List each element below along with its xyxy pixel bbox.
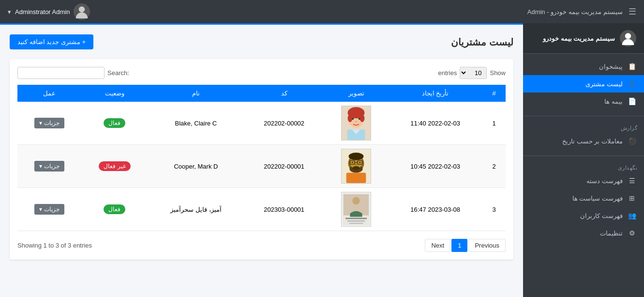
customers-table-wrapper: # تأریخ ایجاد تصویر کد نام وضعیت عمل — [17, 85, 506, 231]
sidebar: سیستم مدیریت بیمه خودرو 📋 پیشخوان 👤 لیست… — [523, 23, 644, 297]
group-list-icon: ☰ — [628, 176, 636, 185]
svg-point-19 — [352, 162, 353, 163]
avatar — [341, 149, 371, 184]
sidebar-item-policy-list[interactable]: ⊞ فهرست سیاست ها — [523, 189, 644, 207]
sidebar-section-maintenance: نگهداری ☰ فهرست دسته ⊞ فهرست سیاست ها 👥 … — [523, 158, 644, 246]
navbar-right: Adminstrator Admin ▾ — [8, 3, 90, 20]
cell-date: 2022-02-03 10:45 — [388, 145, 482, 188]
sidebar-item-policy-list-label: فهرست سیاست ها — [572, 195, 623, 202]
cell-action: جزیات ▾ — [17, 145, 81, 188]
reports-section-label: گزارش — [523, 122, 644, 132]
sidebar-item-group-list-label: فهرست دسته — [586, 177, 623, 185]
status-badge: فعال — [104, 204, 125, 214]
admin-dropdown-icon[interactable]: ▾ — [8, 8, 11, 16]
svg-point-0 — [79, 6, 85, 12]
pagination-info: Showing 1 to 3 of 3 entries — [17, 242, 92, 249]
previous-button[interactable]: Previous — [468, 239, 506, 252]
navbar-left: ☰ سیستم مدیریت بیمه خودرو - Admin — [527, 6, 636, 17]
page-1-button[interactable]: 1 — [451, 239, 467, 252]
entries-select[interactable]: 10 25 50 100 — [460, 67, 487, 79]
dropdown-arrow-icon: ▾ — [39, 206, 42, 213]
col-header-status: وضعیت — [81, 85, 148, 102]
pagination: Next 1 Previous — [425, 239, 506, 252]
customers-card: Search: Show 10 25 50 100 entries — [10, 59, 513, 260]
settings-icon: ⚙ — [628, 229, 636, 237]
cell-code: 202202-00001 — [244, 145, 324, 188]
sidebar-brand: سیستم مدیریت بیمه خودرو — [523, 23, 644, 54]
svg-point-5 — [348, 115, 353, 122]
col-header-num: # — [482, 85, 506, 102]
svg-point-8 — [359, 118, 360, 120]
cell-avatar — [324, 188, 388, 231]
cell-avatar — [324, 102, 388, 145]
sidebar-item-transactions-label: معاملات بر حسب تاریخ — [562, 138, 623, 145]
cell-action: جزیات ▾ — [17, 102, 81, 145]
cell-action: جزیات ▾ — [17, 188, 81, 231]
avatar — [341, 192, 371, 227]
dropdown-arrow-icon: ▾ — [39, 163, 42, 170]
table-body: 1 2022-02-03 11:40 202202-00 — [17, 102, 506, 231]
search-input[interactable] — [17, 67, 105, 79]
svg-point-21 — [355, 164, 357, 166]
cell-date: 2022-02-03 11:40 — [388, 102, 482, 145]
customers-table: # تأریخ ایجاد تصویر کد نام وضعیت عمل — [17, 85, 506, 231]
layout: سیستم مدیریت بیمه خودرو 📋 پیشخوان 👤 لیست… — [0, 23, 644, 297]
sidebar-item-customers[interactable]: 👤 لیست مشتری — [523, 75, 644, 93]
policy-list-icon: ⊞ — [628, 194, 636, 203]
top-navbar: ☰ سیستم مدیریت بیمه خودرو - Admin Admins… — [0, 0, 644, 23]
cell-num: 1 — [482, 102, 506, 145]
main-content: لیست مشتریان + مشتری جدید اضافه کنید Sea… — [0, 25, 523, 297]
status-badge: غیر فعال — [99, 161, 130, 171]
svg-point-20 — [359, 162, 360, 163]
cell-name: آمیز، قایل سحرآمیز — [148, 188, 244, 231]
status-badge: فعال — [104, 118, 125, 128]
svg-point-23 — [349, 153, 364, 160]
sidebar-item-user-list[interactable]: 👥 فهرست کاربران — [523, 207, 644, 224]
sidebar-divider-2 — [523, 156, 644, 156]
search-label: Search: — [107, 69, 129, 77]
add-customer-button[interactable]: + مشتری جدید اضافه کنید — [10, 34, 93, 49]
sidebar-item-user-list-label: فهرست کاربران — [580, 212, 623, 219]
brand-icon — [620, 30, 636, 47]
insurance-icon: 📄 — [628, 97, 636, 106]
cell-name: Cooper, Mark D — [148, 145, 244, 188]
sidebar-item-settings-label: تنظیمات — [600, 230, 623, 237]
col-header-avatar: تصویر — [324, 85, 388, 102]
cell-num: 3 — [482, 188, 506, 231]
svg-point-22 — [352, 166, 359, 170]
admin-label[interactable]: Adminstrator Admin — [15, 8, 70, 16]
col-header-action: عمل — [17, 85, 81, 102]
svg-point-9 — [355, 121, 357, 123]
admin-avatar-icon — [74, 3, 90, 20]
table-row: 2 2022-02-03 10:45 — [17, 145, 506, 188]
sidebar-item-insurance-label: بیمه ها — [604, 98, 623, 105]
cell-status: فعال — [81, 102, 148, 145]
entries-label: entries — [438, 69, 457, 77]
cell-name: Blake, Claire C — [148, 102, 244, 145]
svg-rect-28 — [345, 218, 367, 219]
content-area: لیست مشتریان + مشتری جدید اضافه کنید Sea… — [0, 23, 523, 297]
sidebar-item-dashboard[interactable]: 📋 پیشخوان — [523, 58, 644, 75]
col-header-code: کد — [244, 85, 324, 102]
details-button[interactable]: جزیات ▾ — [34, 161, 64, 172]
details-button[interactable]: جزیات ▾ — [34, 204, 64, 215]
table-header-row: # تأریخ ایجاد تصویر کد نام وضعیت عمل — [17, 85, 506, 102]
details-button[interactable]: جزیات ▾ — [34, 118, 64, 128]
show-label: Show — [490, 69, 506, 77]
cell-status: غیر فعال — [81, 145, 148, 188]
cell-num: 2 — [482, 145, 506, 188]
sidebar-section-reports: گزارش ⚫ معاملات بر حسب تاریخ — [523, 118, 644, 154]
table-controls: Search: Show 10 25 50 100 entries — [17, 67, 506, 79]
next-button[interactable]: Next — [425, 239, 450, 252]
sidebar-item-group-list[interactable]: ☰ فهرست دسته — [523, 172, 644, 189]
sidebar-section-main: 📋 پیشخوان 👤 لیست مشتری 📄 بیمه ها — [523, 54, 644, 114]
cell-code: 202303-00001 — [244, 188, 324, 231]
cell-status: فعال — [81, 188, 148, 231]
sidebar-item-transactions[interactable]: ⚫ معاملات بر حسب تاریخ — [523, 132, 644, 150]
dashboard-icon: 📋 — [628, 62, 636, 71]
pagination-row: Showing 1 to 3 of 3 entries Next 1 Previ… — [17, 239, 506, 252]
cell-avatar — [324, 145, 388, 188]
sidebar-item-insurance[interactable]: 📄 بیمه ها — [523, 93, 644, 110]
sidebar-item-settings[interactable]: ⚙ تنظیمات — [523, 224, 644, 242]
hamburger-icon[interactable]: ☰ — [629, 6, 636, 17]
